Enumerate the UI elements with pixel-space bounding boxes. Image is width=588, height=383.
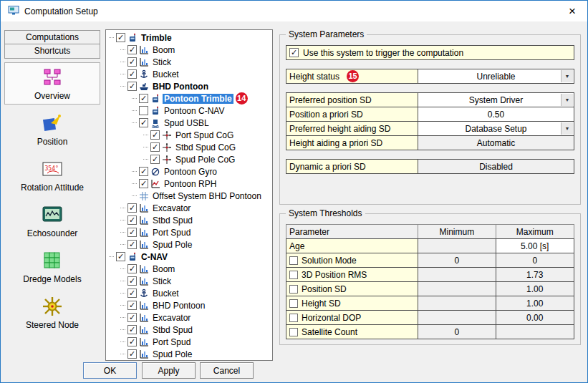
position-sd-checkbox[interactable] bbox=[289, 285, 298, 294]
tree-connector bbox=[120, 293, 125, 294]
tree-item-pontoon-trimble[interactable]: ✓Pontoon Trimble14 bbox=[106, 92, 272, 105]
sidebar-item-rotation-attitude[interactable]: 354°Rotation Attitude bbox=[4, 154, 100, 196]
tree-item-label: Spud Pole bbox=[151, 240, 193, 250]
tree-item-bucket[interactable]: ✓Bucket bbox=[106, 68, 272, 80]
chevron-down-icon[interactable]: ▼ bbox=[561, 122, 573, 135]
thresholds-header-parameter: Parameter bbox=[286, 224, 418, 239]
tree-item-excavator[interactable]: ✓Excavator bbox=[106, 202, 272, 214]
tree-checkbox[interactable]: ✓ bbox=[150, 130, 160, 140]
vessel-icon bbox=[139, 82, 149, 92]
position-a-priori-sd-value[interactable]: 0.50 bbox=[418, 107, 574, 122]
tree-item-excavator[interactable]: ✓Excavator bbox=[106, 311, 272, 324]
age-max-value[interactable]: 5.00 [s] bbox=[496, 238, 574, 253]
tree-item-spud-pole[interactable]: ✓Spud Pole bbox=[106, 238, 272, 251]
tree-checkbox[interactable]: ✓ bbox=[127, 349, 137, 359]
sidebar-item-overview[interactable]: Overview bbox=[4, 62, 100, 105]
anchor-icon bbox=[139, 289, 149, 299]
solution-mode-checkbox[interactable] bbox=[289, 256, 298, 265]
tree-checkbox[interactable]: ✓ bbox=[127, 276, 137, 286]
tree-item-port-spud[interactable]: ✓Port Spud bbox=[106, 336, 272, 348]
chevron-down-icon[interactable]: ▼ bbox=[561, 94, 573, 106]
tree-checkbox[interactable]: ✓ bbox=[127, 313, 137, 322]
tree-item-bhd-pontoon[interactable]: ✓BHD Pontoon bbox=[106, 299, 272, 311]
apply-button[interactable]: Apply bbox=[142, 362, 196, 379]
tree-checkbox[interactable]: ✓ bbox=[116, 252, 125, 261]
tree-checkbox[interactable]: ✓ bbox=[127, 69, 137, 79]
horizontal-dop-checkbox[interactable] bbox=[289, 314, 298, 322]
tree-connector bbox=[120, 317, 125, 318]
trigger-computation-label: Use this system to trigger the computati… bbox=[303, 48, 463, 58]
tree-item-port-spud-cog[interactable]: ✓Port Spud CoG bbox=[106, 129, 272, 141]
tab-shortcuts[interactable]: Shortcuts bbox=[4, 44, 100, 59]
tree-checkbox[interactable]: ✓ bbox=[127, 57, 137, 67]
trigger-computation-checkbox[interactable]: ✓ bbox=[289, 48, 299, 57]
close-icon[interactable]: × bbox=[564, 5, 580, 17]
3d-position-rms-checkbox[interactable] bbox=[289, 271, 298, 279]
tree-checkbox[interactable]: ✓ bbox=[127, 337, 137, 346]
tree-checkbox[interactable]: ✓ bbox=[127, 228, 137, 237]
tree-checkbox[interactable]: ✓ bbox=[127, 264, 137, 273]
tree-checkbox[interactable]: ✓ bbox=[127, 45, 137, 54]
tree-connector bbox=[120, 220, 125, 220]
tree-checkbox[interactable]: ✓ bbox=[139, 179, 148, 188]
tree-item-stick[interactable]: ✓Stick bbox=[106, 56, 272, 68]
window-title: Computation Setup bbox=[24, 6, 98, 16]
chart-icon bbox=[139, 45, 149, 55]
solution-mode-max-value: 0 bbox=[496, 253, 574, 268]
tree-item-stbd-spud[interactable]: ✓Stbd Spud bbox=[106, 214, 272, 226]
tree-checkbox[interactable]: ✓ bbox=[127, 240, 137, 249]
tree-item-label: Trimble bbox=[140, 33, 173, 43]
threshold-row-satellite-count: Satellite Count0 bbox=[286, 324, 574, 339]
tab-computations[interactable]: Computations bbox=[4, 30, 100, 44]
tree-item-bucket[interactable]: ✓Bucket bbox=[106, 287, 272, 299]
tree-checkbox[interactable]: ✓ bbox=[139, 118, 148, 127]
tree-checkbox[interactable]: ✓ bbox=[116, 33, 125, 42]
tree-checkbox[interactable]: ✓ bbox=[150, 155, 160, 164]
tree-checkbox[interactable]: ✓ bbox=[127, 301, 137, 310]
tree-item-spud-usbl[interactable]: ✓Spud USBL bbox=[106, 117, 272, 129]
tree-item-stick[interactable]: ✓Stick bbox=[106, 275, 272, 287]
tree-item-spud-pole[interactable]: ✓Spud Pole bbox=[106, 348, 272, 360]
tree-item-pontoon-gyro[interactable]: ✓Pontoon Gyro bbox=[106, 165, 272, 178]
tree-item-port-spud[interactable]: ✓Port Spud bbox=[106, 226, 272, 238]
anchor-icon bbox=[139, 69, 149, 79]
sidebar-item-steered-node[interactable]: Steered Node bbox=[4, 291, 100, 334]
tree-checkbox[interactable]: ✓ bbox=[150, 142, 160, 152]
tree-item-boom[interactable]: ✓Boom bbox=[106, 44, 272, 56]
tree-checkbox[interactable]: ✓ bbox=[127, 325, 137, 334]
tree-item-stbd-spud[interactable]: ✓Stbd Spud bbox=[106, 324, 272, 336]
tree-item-bhd-pontoon[interactable]: ✓BHD Pontoon bbox=[106, 80, 272, 92]
height-sd-checkbox[interactable] bbox=[289, 299, 298, 308]
tree-item-trimble[interactable]: ✓Trimble bbox=[106, 31, 272, 44]
sidebar-item-echosounder[interactable]: Echosounder bbox=[4, 200, 100, 242]
cancel-button[interactable]: Cancel bbox=[200, 362, 254, 379]
preferred-height-aiding-sd-value[interactable]: Database Setup▼ bbox=[418, 121, 574, 136]
trigger-computation-row[interactable]: ✓ Use this system to trigger the computa… bbox=[286, 45, 574, 60]
preferred-position-sd-value[interactable]: System Driver▼ bbox=[418, 92, 574, 107]
sidebar-item-dredge-models[interactable]: Dredge Models bbox=[4, 246, 100, 288]
tree-checkbox[interactable]: ✓ bbox=[127, 82, 137, 91]
tree-item-stbd-spud-cog[interactable]: ✓Stbd Spud CoG bbox=[106, 141, 272, 153]
tree-checkbox[interactable]: ✓ bbox=[127, 289, 137, 298]
horizontal-dop-label: Horizontal DOP bbox=[286, 310, 418, 325]
tree-checkbox[interactable]: ✓ bbox=[127, 215, 137, 225]
tree-checkbox[interactable]: ✓ bbox=[127, 203, 137, 213]
sidebar: OverviewPosition354°Rotation AttitudeEch… bbox=[4, 62, 100, 334]
tree-checkbox[interactable]: ✓ bbox=[139, 94, 148, 103]
satellite-count-checkbox[interactable] bbox=[289, 328, 298, 336]
tree-item-spud-pole-cog[interactable]: ✓Spud Pole CoG bbox=[106, 153, 272, 165]
height-status-row: Height status15Unreliable▼ bbox=[286, 69, 574, 84]
ok-button[interactable]: OK bbox=[83, 362, 137, 379]
system-parameters-title: System Parameters bbox=[286, 29, 367, 39]
tree-checkbox[interactable] bbox=[139, 106, 148, 115]
tree-item-pontoon-c-nav[interactable]: Pontoon C-NAV bbox=[106, 105, 272, 117]
position-sd-label: Position SD bbox=[286, 281, 418, 296]
tree-checkbox[interactable]: ✓ bbox=[139, 167, 148, 176]
tree-item-pontoon-rph[interactable]: ✓Pontoon RPH bbox=[106, 178, 272, 190]
tree-item-offset-system-bhd-pontoon[interactable]: Offset System BHD Pontoon bbox=[106, 190, 272, 202]
chevron-down-icon[interactable]: ▼ bbox=[561, 70, 573, 82]
tree-item-c-nav[interactable]: ✓C-NAV bbox=[106, 251, 272, 263]
height-status-value[interactable]: Unreliable▼ bbox=[418, 69, 574, 84]
sidebar-item-position[interactable]: Position bbox=[4, 108, 100, 150]
tree-item-boom[interactable]: ✓Boom bbox=[106, 263, 272, 275]
